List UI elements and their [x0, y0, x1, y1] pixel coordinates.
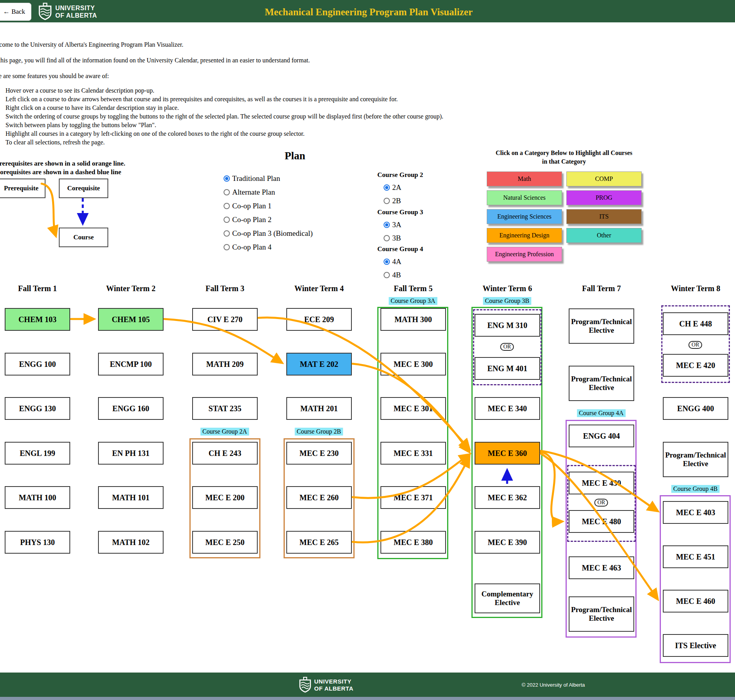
course-box-en-ph-131[interactable]: EN PH 131	[98, 442, 164, 465]
course-box-mec-e-460[interactable]: MEC E 460	[663, 590, 728, 612]
or-badge-engm: OR	[500, 343, 514, 351]
intro-paragraph-1: Welcome to the University of Alberta's E…	[0, 41, 183, 48]
radio-icon[interactable]	[384, 272, 390, 278]
header-bar: ← Back UNIVERSITY OF ALBERTA Mechanical …	[0, 0, 735, 22]
course-group-outline-g3a	[377, 307, 448, 559]
course-box-mec-e-480[interactable]: MEC E 480	[569, 510, 634, 533]
course-box-mec-e-362[interactable]: MEC E 362	[475, 486, 540, 509]
course-box-engl-199[interactable]: ENGL 199	[5, 442, 70, 465]
course-group-option-3a[interactable]: 3A	[384, 221, 401, 229]
category-box-prog[interactable]: PROG	[566, 190, 642, 205]
course-box-its-elective[interactable]: ITS Elective	[663, 634, 728, 657]
radio-icon[interactable]	[384, 184, 390, 191]
legend-course-box: Course	[59, 228, 108, 247]
radio-icon[interactable]	[384, 222, 390, 228]
course-box-engg-130[interactable]: ENGG 130	[5, 397, 70, 420]
course-box-engg-160[interactable]: ENGG 160	[98, 397, 164, 420]
course-box-math-100[interactable]: MATH 100	[5, 486, 70, 509]
course-box-ece-209[interactable]: ECE 209	[286, 308, 352, 331]
radio-icon[interactable]	[384, 235, 390, 241]
course-group-option-4b[interactable]: 4B	[384, 271, 401, 279]
category-box-engineering-profession[interactable]: Engineering Profession	[487, 247, 562, 262]
course-box-chem-105[interactable]: CHEM 105	[98, 308, 164, 331]
course-box-mec-e-260[interactable]: MEC E 260	[286, 486, 352, 509]
category-box-its[interactable]: ITS	[566, 209, 642, 224]
course-box-mec-e-265[interactable]: MEC E 265	[286, 531, 352, 554]
footer-university-shield-icon	[299, 677, 311, 693]
course-box-math-300[interactable]: MATH 300	[380, 308, 446, 331]
legend-prereq-text: Prerequisites are shown in a solid orang…	[0, 160, 126, 168]
course-box-ch-e-448[interactable]: CH E 448	[663, 312, 728, 335]
course-box-mec-e-390[interactable]: MEC E 390	[475, 531, 540, 554]
course-group-heading-4: Course Group 4	[377, 245, 423, 253]
course-box-mec-e-430[interactable]: MEC E 430	[569, 472, 634, 494]
radio-icon[interactable]	[224, 244, 230, 250]
course-box-mec-e-300[interactable]: MEC E 300	[380, 353, 446, 376]
course-box-math-201[interactable]: MATH 201	[286, 397, 352, 420]
course-box-math-102[interactable]: MATH 102	[98, 531, 164, 554]
course-box-mec-e-360[interactable]: MEC E 360	[475, 442, 540, 465]
category-box-comp[interactable]: COMP	[566, 171, 642, 186]
course-box-phys-130[interactable]: PHYS 130	[5, 531, 70, 554]
footer-copyright: © 2022 University of Alberta	[522, 682, 585, 688]
course-box-program-technical-elective[interactable]: Program/Technical Elective	[569, 596, 634, 632]
footer-logo-line1: UNIVERSITY	[314, 678, 353, 685]
course-box-ch-e-243[interactable]: CH E 243	[192, 442, 258, 465]
course-box-chem-103[interactable]: CHEM 103	[5, 308, 70, 331]
course-box-mec-e-301[interactable]: MEC E 301	[380, 397, 446, 420]
radio-icon[interactable]	[384, 198, 390, 204]
course-box-engg-100[interactable]: ENGG 100	[5, 353, 70, 376]
term-header-7: Fall Term 7	[569, 284, 634, 293]
plan-option-co-op-plan-4[interactable]: Co-op Plan 4	[224, 243, 271, 252]
course-box-program-technical-elective[interactable]: Program/Technical Elective	[569, 366, 634, 401]
course-box-mec-e-371[interactable]: MEC E 371	[380, 486, 446, 509]
course-group-option-4a[interactable]: 4A	[384, 257, 401, 266]
plan-option-alternate-plan[interactable]: Alternate Plan	[224, 188, 275, 197]
course-box-civ-e-270[interactable]: CIV E 270	[192, 308, 258, 331]
course-box-mec-e-340[interactable]: MEC E 340	[475, 397, 540, 420]
course-box-mec-e-451[interactable]: MEC E 451	[663, 545, 728, 568]
plan-option-co-op-plan-1[interactable]: Co-op Plan 1	[224, 202, 271, 210]
course-box-complementary-elective[interactable]: Complementary Elective	[475, 583, 540, 613]
category-box-math[interactable]: Math	[487, 171, 562, 186]
course-box-mec-e-420[interactable]: MEC E 420	[663, 354, 728, 377]
term-header-6: Winter Term 6	[475, 284, 540, 293]
course-box-mec-e-463[interactable]: MEC E 463	[569, 556, 634, 579]
course-box-mec-e-230[interactable]: MEC E 230	[286, 442, 352, 465]
category-box-engineering-design[interactable]: Engineering Design	[487, 228, 562, 243]
category-box-natural-sciences[interactable]: Natural Sciences	[487, 190, 562, 205]
course-box-stat-235[interactable]: STAT 235	[192, 397, 258, 420]
plan-option-label: Co-op Plan 2	[232, 215, 271, 224]
course-box-mec-e-250[interactable]: MEC E 250	[192, 531, 258, 554]
course-box-math-101[interactable]: MATH 101	[98, 486, 164, 509]
course-box-mat-e-202[interactable]: MAT E 202	[286, 353, 352, 376]
course-box-program-technical-elective[interactable]: Program/Technical Elective	[663, 442, 728, 477]
course-group-option-2a[interactable]: 2A	[384, 183, 401, 192]
radio-icon[interactable]	[224, 230, 230, 237]
course-box-mec-e-200[interactable]: MEC E 200	[192, 486, 258, 509]
course-box-eng-m-401[interactable]: ENG M 401	[475, 357, 540, 380]
bottom-scroll-strip	[0, 697, 735, 700]
course-box-math-209[interactable]: MATH 209	[192, 353, 258, 376]
plan-option-traditional-plan[interactable]: Traditional Plan	[224, 174, 280, 183]
course-box-eng-m-310[interactable]: ENG M 310	[475, 314, 540, 337]
radio-icon[interactable]	[224, 217, 230, 223]
course-box-mec-e-331[interactable]: MEC E 331	[380, 442, 446, 465]
course-box-encmp-100[interactable]: ENCMP 100	[98, 353, 164, 376]
radio-icon[interactable]	[224, 189, 230, 195]
radio-icon[interactable]	[224, 203, 230, 209]
back-button[interactable]: ← Back	[0, 3, 31, 21]
category-box-engineering-sciences[interactable]: Engineering Sciences	[487, 209, 562, 224]
course-box-mec-e-403[interactable]: MEC E 403	[663, 501, 728, 524]
radio-icon[interactable]	[384, 259, 390, 265]
category-box-other[interactable]: Other	[566, 228, 642, 243]
radio-icon[interactable]	[224, 175, 230, 182]
course-box-program-technical-elective[interactable]: Program/Technical Elective	[569, 308, 634, 344]
course-box-mec-e-380[interactable]: MEC E 380	[380, 531, 446, 554]
course-box-engg-404[interactable]: ENGG 404	[569, 425, 634, 447]
course-group-option-3b[interactable]: 3B	[384, 234, 401, 242]
course-box-engg-400[interactable]: ENGG 400	[663, 397, 728, 420]
plan-option-co-op-plan-2[interactable]: Co-op Plan 2	[224, 215, 271, 224]
course-group-option-2b[interactable]: 2B	[384, 197, 401, 205]
plan-option-co-op-plan-3-biomedical-[interactable]: Co-op Plan 3 (Biomedical)	[224, 229, 313, 238]
